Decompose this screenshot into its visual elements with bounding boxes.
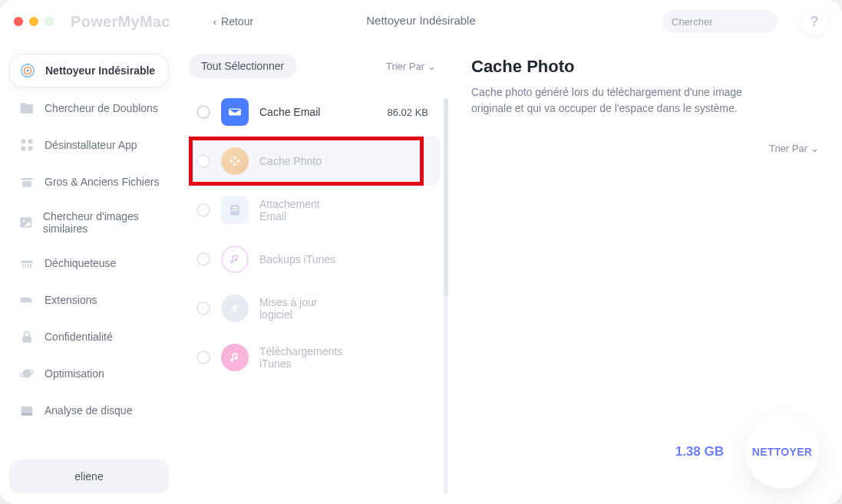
svg-point-9 — [23, 220, 25, 222]
svg-rect-7 — [28, 147, 33, 151]
item-label: Attachement Email — [259, 198, 344, 222]
checkbox[interactable] — [196, 203, 210, 217]
item-label: Cache Email — [259, 106, 377, 118]
checkbox[interactable] — [196, 154, 210, 168]
image-icon — [18, 214, 34, 231]
svg-rect-22 — [233, 209, 238, 211]
clean-button[interactable]: NETTOYER — [745, 415, 819, 489]
sidebar-item-label: Nettoyeur Indésirable — [45, 64, 155, 77]
help-icon: ? — [811, 14, 819, 30]
list-item-email-attachment[interactable]: Attachement Email — [189, 186, 441, 235]
app-window: PowerMyMac ‹ Retour Nettoyeur Indésirabl… — [0, 0, 842, 504]
item-label: Cache Photo — [259, 155, 418, 167]
svg-rect-6 — [21, 147, 26, 151]
list-item-cache-photo[interactable]: Cache Photo — [189, 137, 441, 186]
detail-title: Cache Photo — [471, 57, 819, 77]
detail-footer: 1.38 GB NETTOYER — [471, 415, 819, 489]
sidebar-item-large-old[interactable]: Gros & Anciens Fichiers — [9, 166, 169, 198]
back-button[interactable]: ‹ Retour — [213, 15, 253, 28]
sidebar-item-shredder[interactable]: Déchiqueteuse — [9, 247, 169, 279]
minimize-icon[interactable] — [29, 17, 38, 26]
sidebar-item-label: Chercheur de Doublons — [45, 102, 158, 114]
checkbox[interactable] — [196, 252, 210, 266]
disk-icon — [18, 402, 35, 419]
attachment-icon — [221, 196, 249, 224]
music-circle-icon — [221, 344, 249, 371]
user-name: eliene — [74, 470, 103, 483]
sidebar-item-uninstaller[interactable]: Désinstallateur App — [9, 129, 169, 161]
body: Nettoyeur Indésirable Chercheur de Doubl… — [0, 43, 842, 504]
music-icon — [221, 245, 249, 273]
planet-icon — [18, 365, 35, 382]
shredder-icon — [18, 255, 35, 272]
svg-rect-15 — [21, 413, 33, 415]
sidebar-item-label: Désinstallateur App — [45, 139, 137, 151]
user-pill[interactable]: eliene — [9, 460, 169, 493]
sidebar-item-extensions[interactable]: Extensions — [9, 284, 169, 316]
archive-icon — [18, 173, 35, 190]
svg-rect-11 — [22, 336, 31, 342]
sort-label: Trier Par — [769, 143, 807, 154]
sidebar-item-label: Optimisation — [45, 367, 104, 380]
list-item-cache-email[interactable]: Cache Email 86.02 KB — [189, 87, 441, 137]
svg-point-3 — [27, 70, 29, 72]
sidebar-item-label: Confidentialité — [45, 331, 113, 343]
titlebar: PowerMyMac ‹ Retour Nettoyeur Indésirabl… — [0, 0, 842, 43]
sidebar-item-optimization[interactable]: Optimisation — [9, 357, 169, 390]
svg-rect-5 — [28, 140, 33, 144]
svg-point-17 — [237, 160, 240, 163]
clean-label: NETTOYER — [752, 446, 812, 458]
sidebar-item-duplicates[interactable]: Chercheur de Doublons — [9, 92, 169, 124]
sidebar-item-label: Gros & Anciens Fichiers — [45, 176, 159, 188]
item-label: Mises à jour logiciel — [259, 296, 344, 321]
traffic-lights — [14, 17, 54, 26]
checkbox[interactable] — [196, 105, 210, 119]
app-brand: PowerMyMac — [71, 13, 170, 31]
maximize-icon[interactable] — [45, 17, 54, 26]
category-list: Tout Sélectionner Trier Par ⌄ Cache Emai… — [178, 43, 448, 504]
search-box[interactable] — [662, 10, 778, 33]
sidebar-item-label: Analyse de disque — [45, 404, 132, 417]
list: Cache Email 86.02 KB Cache Photo — [189, 87, 441, 382]
mail-icon — [221, 98, 249, 126]
checkbox[interactable] — [196, 301, 210, 315]
svg-point-16 — [233, 156, 236, 159]
list-item-itunes-downloads[interactable]: Téléchargements iTunes — [189, 333, 441, 382]
photos-icon — [221, 147, 249, 175]
detail-description: Cache photo généré lors du téléchargemen… — [471, 84, 748, 117]
sidebar-item-privacy[interactable]: Confidentialité — [9, 321, 169, 353]
sort-label: Trier Par — [386, 61, 424, 72]
svg-rect-10 — [21, 261, 33, 263]
sidebar-item-similar-images[interactable]: Chercheur d'images similaires — [9, 203, 169, 242]
radar-icon — [19, 62, 36, 79]
help-button[interactable]: ? — [801, 8, 828, 35]
close-icon[interactable] — [14, 17, 23, 26]
chevron-left-icon: ‹ — [213, 16, 216, 28]
plug-icon — [18, 292, 35, 308]
search-input[interactable] — [672, 16, 801, 28]
detail-sort-button[interactable]: Trier Par ⌄ — [769, 143, 819, 154]
svg-point-19 — [229, 160, 233, 163]
arrow-up-circle-icon — [221, 295, 249, 322]
svg-rect-21 — [233, 207, 238, 209]
total-size: 1.38 GB — [675, 444, 724, 460]
list-item-software-updates[interactable]: Mises à jour logiciel — [189, 284, 441, 333]
sidebar-item-label: Déchiqueteuse — [45, 257, 116, 269]
sidebar-item-label: Chercheur d'images similaires — [43, 210, 160, 235]
sidebar-item-disk-analysis[interactable]: Analyse de disque — [9, 394, 169, 427]
sidebar-item-label: Extensions — [45, 294, 97, 306]
sidebar-item-junk-cleaner[interactable]: Nettoyeur Indésirable — [9, 54, 169, 87]
select-all-button[interactable]: Tout Sélectionner — [189, 54, 296, 78]
list-header: Tout Sélectionner Trier Par ⌄ — [189, 54, 441, 78]
sidebar: Nettoyeur Indésirable Chercheur de Doubl… — [0, 43, 178, 504]
sort-button[interactable]: Trier Par ⌄ — [386, 61, 436, 72]
item-label: Téléchargements iTunes — [259, 345, 352, 370]
detail-panel: Cache Photo Cache photo généré lors du t… — [448, 43, 842, 504]
checkbox[interactable] — [196, 351, 210, 364]
list-item-itunes-backup[interactable]: Backups iTunes — [189, 235, 441, 284]
page-title: Nettoyeur Indésirable — [366, 14, 476, 27]
chevron-down-icon: ⌄ — [428, 61, 436, 72]
item-size: 86.02 KB — [388, 107, 429, 118]
back-label: Retour — [221, 15, 253, 28]
svg-point-18 — [233, 163, 236, 166]
